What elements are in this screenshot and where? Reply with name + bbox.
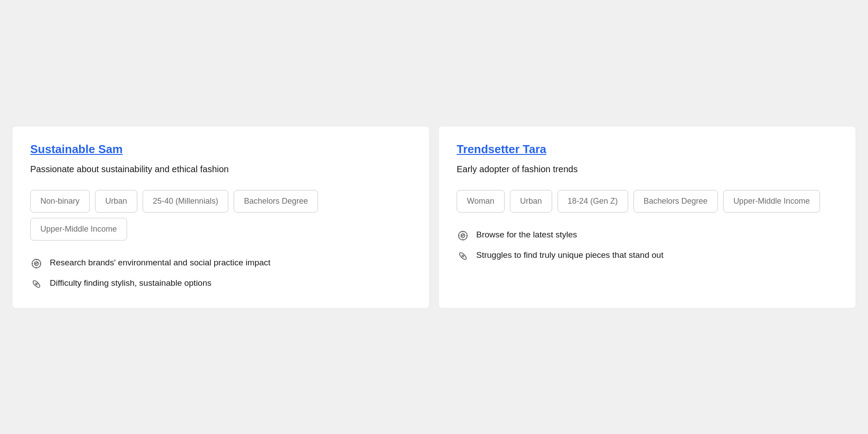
card-description-sustainable-sam: Passionate about sustainability and ethi… — [30, 162, 411, 176]
card-title-trendsetter-tara[interactable]: Trendsetter Tara — [457, 142, 838, 156]
tags-container-trendsetter-tara: WomanUrban18-24 (Gen Z)Bachelors DegreeU… — [457, 190, 838, 213]
feature-item-sustainable-sam-1: Difficulty finding stylish, sustainable … — [30, 277, 411, 290]
features-list-trendsetter-tara: Browse for the latest styles Struggles t… — [457, 229, 838, 262]
tag-sustainable-sam-2: 25-40 (Millennials) — [143, 190, 228, 213]
bandage-icon — [457, 250, 469, 262]
tag-sustainable-sam-1: Urban — [95, 190, 137, 213]
feature-text-trendsetter-tara-1: Struggles to find truly unique pieces th… — [476, 249, 663, 262]
tag-trendsetter-tara-2: 18-24 (Gen Z) — [557, 190, 628, 213]
cards-container: Sustainable SamPassionate about sustaina… — [12, 126, 856, 308]
tag-trendsetter-tara-0: Woman — [457, 190, 505, 213]
tag-trendsetter-tara-3: Bachelors Degree — [633, 190, 718, 213]
feature-item-trendsetter-tara-1: Struggles to find truly unique pieces th… — [457, 249, 838, 262]
tag-sustainable-sam-4: Upper-Middle Income — [30, 218, 127, 241]
feature-item-trendsetter-tara-0: Browse for the latest styles — [457, 229, 838, 242]
tag-trendsetter-tara-1: Urban — [510, 190, 552, 213]
card-title-sustainable-sam[interactable]: Sustainable Sam — [30, 142, 411, 156]
card-sustainable-sam: Sustainable SamPassionate about sustaina… — [12, 126, 430, 308]
feature-item-sustainable-sam-0: Research brands' environmental and socia… — [30, 256, 411, 270]
target-icon — [457, 229, 469, 242]
features-list-sustainable-sam: Research brands' environmental and socia… — [30, 256, 411, 290]
target-icon — [30, 257, 43, 270]
tags-container-sustainable-sam: Non-binaryUrban25-40 (Millennials)Bachel… — [30, 190, 411, 241]
feature-text-sustainable-sam-1: Difficulty finding stylish, sustainable … — [50, 277, 211, 290]
bandage-icon — [30, 278, 43, 290]
card-trendsetter-tara: Trendsetter TaraEarly adopter of fashion… — [438, 126, 856, 308]
tag-sustainable-sam-0: Non-binary — [30, 190, 90, 213]
card-description-trendsetter-tara: Early adopter of fashion trends — [457, 162, 838, 176]
tag-sustainable-sam-3: Bachelors Degree — [234, 190, 318, 213]
tag-trendsetter-tara-4: Upper-Middle Income — [723, 190, 820, 213]
feature-text-trendsetter-tara-0: Browse for the latest styles — [476, 229, 577, 241]
feature-text-sustainable-sam-0: Research brands' environmental and socia… — [50, 256, 271, 269]
